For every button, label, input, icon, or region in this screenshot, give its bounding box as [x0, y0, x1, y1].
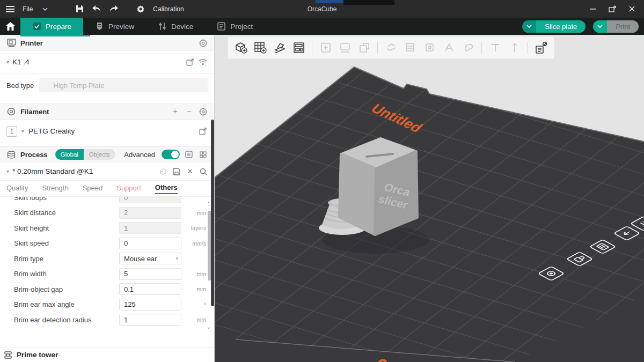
sidebar-scrollbar-thumb[interactable] — [211, 120, 214, 306]
minimize-icon[interactable] — [585, 2, 601, 16]
scope-objects[interactable]: Objects — [84, 149, 115, 160]
tab-speed[interactable]: Speed — [83, 184, 103, 194]
edit-printer-icon[interactable] — [185, 57, 195, 67]
process-icon — [6, 150, 16, 159]
tab-device[interactable]: Device — [146, 18, 205, 35]
reset-preset-icon[interactable] — [159, 167, 167, 176]
param-value-input[interactable]: 1 — [119, 314, 181, 326]
assembly-icon[interactable] — [534, 41, 548, 55]
print-button[interactable]: Print — [607, 20, 639, 33]
scroll-up-icon[interactable]: ⌃ — [207, 201, 211, 207]
bed-type-select[interactable]: High Temp Plate — [39, 78, 208, 92]
param-value-input[interactable]: 1 — [119, 222, 181, 234]
param-row-brim-ear-max-angle: Brim ear max angle 125 ° — [0, 297, 214, 313]
text-icon[interactable] — [488, 41, 502, 55]
color-paint-icon[interactable] — [461, 41, 475, 55]
tab-project-label: Project — [230, 23, 253, 31]
rotate-icon[interactable] — [338, 41, 352, 55]
compare-presets-icon[interactable] — [184, 150, 194, 159]
printer-preset-row[interactable]: ▾ K1 .4 — [0, 51, 214, 73]
arrange-icon[interactable] — [272, 41, 287, 55]
add-object-icon[interactable] — [233, 41, 248, 55]
tab-preview[interactable]: Preview — [83, 18, 146, 35]
measure-icon[interactable] — [507, 41, 522, 55]
auto-orient-icon[interactable] — [291, 41, 306, 55]
wifi-connection-icon[interactable] — [198, 57, 208, 67]
param-value-input[interactable]: 0 — [119, 238, 181, 249]
param-value-dropdown[interactable]: Mouse ear▾ — [119, 253, 181, 264]
restore-icon[interactable] — [604, 2, 620, 16]
add-plate-icon[interactable] — [253, 41, 267, 55]
param-row-skirt-distance: Skirt distance 2 mm — [0, 205, 214, 221]
bed-type-label: Bed type — [6, 82, 34, 90]
param-value-input[interactable]: 2 — [119, 207, 181, 219]
dropdown-value: Mouse ear — [124, 255, 157, 263]
tab-prepare[interactable]: Prepare — [20, 18, 83, 35]
advanced-label: Advanced — [124, 151, 155, 159]
delete-preset-icon[interactable]: ✕ — [186, 167, 194, 176]
search-icon[interactable] — [199, 167, 208, 176]
slice-plate-button[interactable]: Slice plate — [536, 20, 586, 33]
prime-tower-section-header[interactable]: Prime tower — [0, 347, 214, 362]
home-icon[interactable] — [0, 18, 20, 35]
gear-icon[interactable] — [136, 4, 145, 14]
save-icon[interactable] — [75, 4, 84, 14]
chevron-down-icon: ▾ — [21, 128, 24, 134]
param-value-input[interactable]: 0 — [119, 197, 181, 203]
process-preset-row[interactable]: ▾ * 0.20mm Standard @K1 ✕ — [0, 162, 214, 181]
layers-icon[interactable] — [403, 41, 418, 55]
redo-icon[interactable] — [109, 4, 119, 14]
slice-dropdown-icon[interactable] — [522, 20, 536, 33]
param-value-input[interactable]: 0.1 — [119, 283, 181, 295]
file-menu[interactable]: File — [23, 5, 33, 13]
advanced-toggle[interactable] — [162, 150, 180, 159]
scale-icon[interactable] — [357, 41, 371, 55]
printer-icon — [6, 38, 16, 48]
move-icon[interactable] — [318, 41, 333, 55]
print-dropdown-icon[interactable] — [593, 20, 607, 33]
project-icon — [217, 22, 226, 31]
edit-filament-icon[interactable] — [198, 127, 208, 136]
tab-quality[interactable]: Quality — [6, 184, 28, 194]
chevron-down-icon[interactable] — [40, 4, 50, 14]
remove-filament-icon[interactable]: － — [184, 107, 194, 116]
save-preset-icon[interactable] — [172, 167, 181, 176]
seam-icon[interactable] — [422, 41, 437, 55]
process-scope-toggle[interactable]: Global Objects — [55, 149, 115, 160]
param-value-input[interactable]: 5 — [119, 268, 181, 280]
param-label: Skirt height — [14, 224, 119, 232]
param-row-skirt-height: Skirt height 1 layers — [0, 220, 214, 236]
param-unit: mm — [181, 286, 206, 292]
toolbar-separator — [528, 42, 528, 54]
printer-settings-icon[interactable] — [198, 38, 208, 48]
param-label: Brim-object gap — [14, 285, 119, 293]
hamburger-icon[interactable] — [5, 4, 15, 14]
filament-settings-icon[interactable] — [198, 107, 208, 116]
process-tabs: Quality Strength Speed Support Others — [0, 181, 214, 197]
tab-project[interactable]: Project — [205, 18, 265, 35]
filament-icon — [6, 107, 16, 116]
param-label: Skirt speed — [14, 239, 119, 247]
filament-preset-row[interactable]: 1 ▾ PETG Creality — [0, 120, 214, 143]
add-filament-icon[interactable]: ＋ — [170, 107, 180, 116]
tab-device-label: Device — [171, 23, 193, 31]
calibration-menu[interactable]: Calibration — [153, 5, 184, 13]
param-row-brim-type: Brim type Mouse ear▾ — [0, 251, 214, 267]
tab-strength[interactable]: Strength — [42, 184, 68, 194]
param-unit: ° — [181, 301, 206, 308]
undo-icon[interactable] — [92, 4, 101, 14]
tab-support[interactable]: Support — [116, 184, 141, 194]
scope-global[interactable]: Global — [55, 149, 84, 160]
filament-slot-number: 1 — [6, 126, 17, 137]
split-icon[interactable] — [384, 41, 398, 55]
scroll-down-icon[interactable]: ⌄ — [207, 324, 211, 330]
printer-preset-name: K1 .4 — [12, 58, 30, 66]
support-paint-icon[interactable] — [442, 41, 456, 55]
tab-others[interactable]: Others — [155, 183, 178, 194]
viewport-3d[interactable]: Untitled 0.2 Orca — [215, 35, 644, 362]
model-orcacube[interactable]: Orca slicer — [340, 139, 417, 234]
close-icon[interactable] — [624, 2, 640, 16]
param-value-input[interactable]: 125 — [119, 299, 181, 311]
titlebar: File Calibration OrcaCube — [0, 0, 644, 18]
view-all-settings-icon[interactable] — [198, 150, 208, 159]
